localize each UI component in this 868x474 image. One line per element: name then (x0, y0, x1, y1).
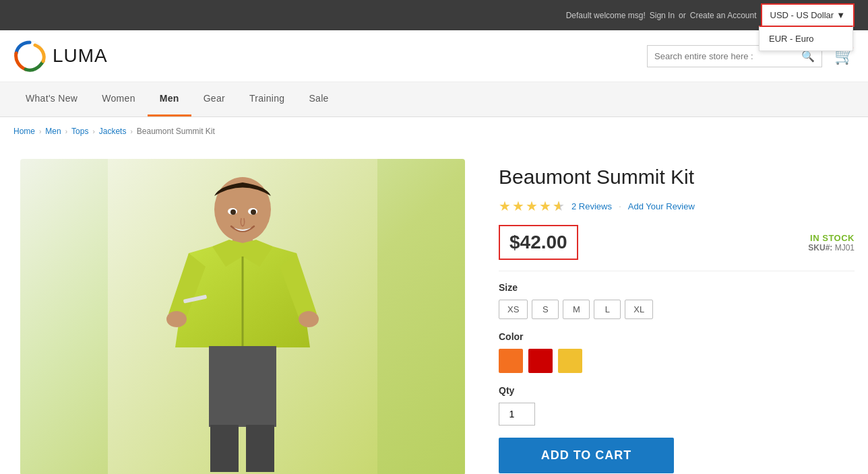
nav-item-whats-new[interactable]: What's New (13, 82, 90, 116)
breadcrumb-home[interactable]: Home (13, 127, 35, 136)
add-to-cart-button[interactable]: Add to Cart (499, 438, 674, 473)
breadcrumb-tops[interactable]: Tops (71, 127, 88, 136)
breadcrumb-jackets[interactable]: Jackets (99, 127, 127, 136)
product-figure-svg (20, 159, 465, 474)
sku-label: SKU#: (808, 243, 832, 252)
breadcrumb-sep-4: › (130, 128, 132, 135)
size-l[interactable]: L (594, 300, 621, 319)
size-xl[interactable]: XL (625, 300, 653, 319)
in-stock-status: IN STOCK (808, 233, 855, 243)
breadcrumb-sep-1: › (39, 128, 41, 135)
svg-point-5 (166, 311, 187, 327)
nav-item-women[interactable]: Women (90, 82, 147, 116)
product-details: Beaumont Summit Kit ★ ★ ★ ★ ★ ★ 2 Review… (499, 159, 855, 474)
add-review-link[interactable]: Add Your Review (628, 201, 695, 211)
review-separator: · (619, 201, 621, 211)
qty-label: Qty (499, 385, 855, 396)
sign-in-link[interactable]: Sign In (650, 11, 675, 20)
size-label: Size (499, 282, 855, 293)
svg-point-15 (230, 209, 236, 215)
star-4: ★ (539, 198, 551, 214)
currency-label: USD - US Dollar (770, 10, 834, 20)
color-options (499, 349, 855, 373)
star-2: ★ (512, 198, 524, 214)
product-layout: Beaumont Summit Kit ★ ★ ★ ★ ★ ★ 2 Review… (0, 145, 868, 474)
color-label: Color (499, 331, 855, 342)
nav-item-sale[interactable]: Sale (297, 82, 340, 116)
breadcrumb-current: Beaumont Summit Kit (137, 127, 215, 136)
size-s[interactable]: S (532, 300, 559, 319)
price-value: $42.00 (509, 232, 567, 252)
star-1: ★ (499, 198, 511, 214)
search-input[interactable] (654, 51, 801, 61)
currency-menu: EUR - Euro (759, 26, 853, 51)
luma-logo-icon (13, 40, 46, 72)
currency-option-eur[interactable]: EUR - Euro (760, 27, 852, 50)
qty-input[interactable] (499, 403, 535, 426)
logo[interactable]: LUMA (13, 40, 108, 72)
svg-rect-8 (210, 425, 239, 472)
size-options: XS S M L XL (499, 300, 855, 319)
search-button[interactable]: 🔍 (801, 50, 815, 63)
review-count-link[interactable]: 2 Reviews (571, 201, 612, 211)
color-swatch-yellow[interactable] (558, 349, 582, 373)
nav-item-men[interactable]: Men (148, 82, 191, 116)
size-xs[interactable]: XS (499, 300, 528, 319)
nav-item-training[interactable]: Training (237, 82, 297, 116)
create-account-link[interactable]: Create an Account (690, 11, 757, 20)
star-rating: ★ ★ ★ ★ ★ ★ (499, 198, 565, 214)
price-area: $42.00 IN STOCK SKU#: MJ01 (499, 225, 855, 260)
breadcrumb-sep-3: › (92, 128, 94, 135)
color-swatch-orange[interactable] (499, 349, 523, 373)
stock-info: IN STOCK SKU#: MJ01 (808, 233, 855, 252)
product-image-area (13, 159, 472, 474)
main-nav: What's New Women Men Gear Training Sale (0, 82, 868, 117)
welcome-message: Default welcome msg! (566, 11, 646, 20)
product-name: Beaumont Summit Kit (499, 166, 855, 189)
star-3: ★ (526, 198, 538, 214)
sku-value: MJ01 (835, 243, 855, 252)
currency-dropdown-arrow: ▼ (836, 10, 845, 20)
breadcrumb: Home › Men › Tops › Jackets › Beaumont S… (0, 117, 868, 145)
sku-line: SKU#: MJ01 (808, 243, 855, 252)
or-separator: or (679, 11, 686, 20)
product-image (20, 159, 465, 474)
svg-rect-9 (246, 425, 274, 472)
rating-area: ★ ★ ★ ★ ★ ★ 2 Reviews · Add Your Review (499, 198, 855, 214)
breadcrumb-men[interactable]: Men (45, 127, 61, 136)
divider (499, 271, 855, 271)
currency-dropdown[interactable]: USD - US Dollar ▼ EUR - Euro (761, 3, 855, 27)
color-swatch-red[interactable] (528, 349, 553, 373)
price-box: $42.00 (499, 225, 578, 260)
size-m[interactable]: M (563, 300, 590, 319)
breadcrumb-sep-2: › (65, 128, 67, 135)
svg-point-6 (299, 311, 319, 327)
nav-item-gear[interactable]: Gear (191, 82, 237, 116)
header: LUMA 🔍 🛒 (0, 30, 868, 82)
logo-text: LUMA (53, 45, 108, 67)
top-bar: Default welcome msg! Sign In or Create a… (0, 0, 868, 30)
svg-point-16 (251, 209, 256, 215)
qty-area: Qty (499, 385, 855, 426)
svg-rect-7 (209, 346, 276, 427)
star-4-half: ★ ★ (553, 198, 565, 214)
